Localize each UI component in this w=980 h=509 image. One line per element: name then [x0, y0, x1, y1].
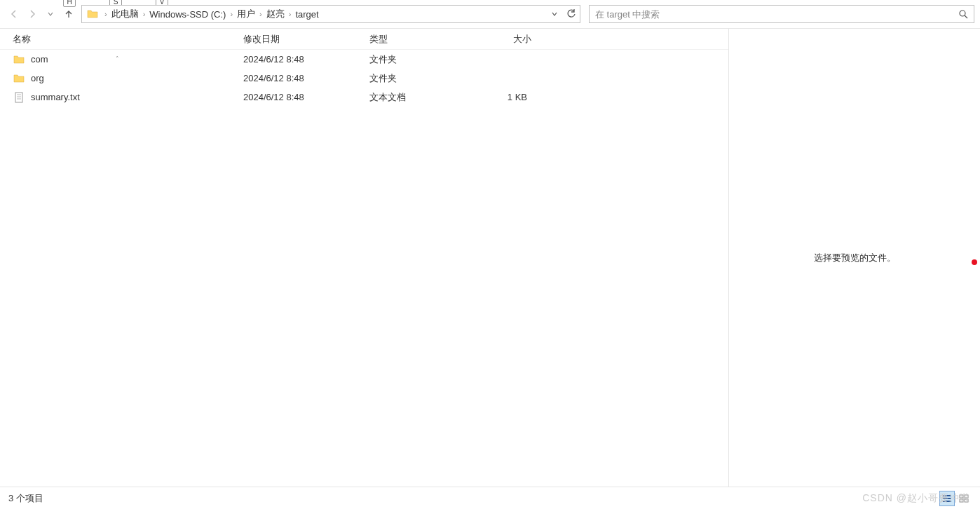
svg-rect-2 — [15, 93, 22, 102]
breadcrumb: 此电脑 › Windows-SSD (C:) › 用户 › 赵亮 › targe… — [109, 6, 546, 22]
svg-rect-8 — [943, 501, 951, 502]
file-size: 1 KB — [470, 92, 540, 102]
svg-rect-12 — [965, 499, 968, 502]
breadcrumb-item[interactable]: 用户 — [234, 6, 258, 22]
file-name: summary.txt — [31, 92, 80, 102]
recent-dropdown[interactable] — [42, 6, 59, 22]
refresh-button[interactable] — [563, 6, 580, 22]
address-bar[interactable]: › 此电脑 › Windows-SSD (C:) › 用户 › 赵亮 › tar… — [81, 5, 580, 23]
status-count: 3 个项目 — [8, 492, 43, 505]
search-icon[interactable] — [958, 9, 968, 19]
file-type: 文本文档 — [361, 91, 470, 104]
address-dropdown[interactable] — [546, 6, 563, 22]
preview-message: 选择要预览的文件。 — [814, 252, 896, 264]
file-type: 文件夹 — [361, 72, 470, 85]
breadcrumb-item[interactable]: 赵亮 — [264, 6, 287, 22]
svg-rect-11 — [960, 499, 963, 502]
folder-icon — [13, 72, 25, 85]
chevron-right-icon[interactable]: › — [103, 10, 109, 18]
search-input[interactable] — [595, 9, 958, 20]
file-rows: com2024/6/12 8:48文件夹org2024/6/12 8:48文件夹… — [0, 50, 728, 487]
file-row[interactable]: com2024/6/12 8:48文件夹 — [0, 50, 728, 69]
file-date: 2024/6/12 8:48 — [235, 73, 361, 83]
navigation-toolbar: › 此电脑 › Windows-SSD (C:) › 用户 › 赵亮 › tar… — [0, 4, 980, 24]
svg-line-1 — [965, 15, 967, 18]
breadcrumb-item[interactable]: 此电脑 — [109, 6, 142, 22]
column-header-date[interactable]: 修改日期 — [235, 33, 361, 46]
breadcrumb-item[interactable]: Windows-SSD (C:) — [147, 6, 229, 22]
svg-rect-7 — [943, 498, 951, 499]
file-name: com — [31, 54, 48, 65]
view-large-icons-button[interactable] — [956, 491, 972, 506]
breadcrumb-item[interactable]: target — [292, 6, 321, 22]
folder-icon — [86, 8, 99, 20]
chevron-right-icon[interactable]: › — [258, 10, 264, 18]
text-file-icon — [13, 91, 25, 104]
svg-rect-6 — [943, 495, 951, 496]
back-button[interactable] — [6, 6, 22, 22]
svg-point-0 — [960, 11, 965, 16]
column-header-size[interactable]: 大小 — [470, 33, 540, 46]
file-date: 2024/6/12 8:48 — [235, 92, 361, 102]
red-dot-indicator — [972, 259, 977, 265]
column-headers: 名称 修改日期 类型 大小 — [0, 29, 728, 50]
folder-icon — [13, 53, 25, 66]
column-header-name[interactable]: 名称 — [0, 33, 235, 46]
chevron-right-icon[interactable]: › — [229, 10, 234, 18]
up-button[interactable] — [60, 6, 77, 22]
file-row[interactable]: org2024/6/12 8:48文件夹 — [0, 69, 728, 88]
svg-rect-10 — [965, 495, 968, 498]
view-details-button[interactable] — [939, 491, 955, 506]
file-row[interactable]: summary.txt2024/6/12 8:48文本文档1 KB — [0, 88, 728, 107]
column-header-type[interactable]: 类型 — [361, 33, 470, 46]
search-box[interactable] — [589, 5, 974, 23]
preview-pane: 选择要预览的文件。 — [729, 29, 980, 487]
svg-rect-9 — [960, 495, 963, 498]
file-list-pane: ˄ 名称 修改日期 类型 大小 com2024/6/12 8:48文件夹org2… — [0, 29, 729, 487]
chevron-right-icon[interactable]: › — [287, 10, 293, 18]
chevron-right-icon[interactable]: › — [142, 10, 147, 18]
file-name: org — [31, 73, 44, 83]
file-date: 2024/6/12 8:48 — [235, 54, 361, 65]
sort-indicator-icon: ˄ — [116, 55, 119, 62]
file-type: 文件夹 — [361, 53, 470, 66]
status-bar: 3 个项目 — [0, 487, 980, 509]
forward-button[interactable] — [24, 6, 41, 22]
